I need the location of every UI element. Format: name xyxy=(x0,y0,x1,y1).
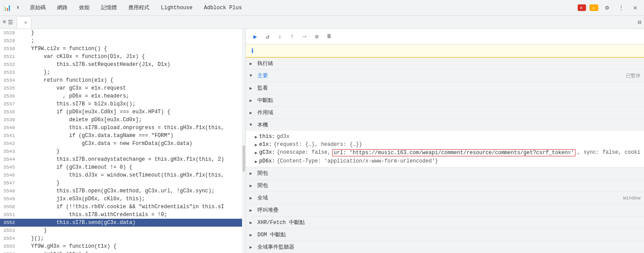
tab-網路[interactable]: 網路 xyxy=(52,2,73,13)
section-header-local[interactable]: 本機 xyxy=(246,119,644,131)
tab-效能[interactable]: 效能 xyxy=(74,2,95,13)
code-line-3534[interactable]: 3534 return function(e1x) { xyxy=(0,76,246,84)
code-line-3540[interactable]: 3540 this.sI7B.upload.onprogress = this.… xyxy=(0,124,246,132)
settings-button[interactable]: ⚙ xyxy=(602,3,612,13)
section-header-呼叫堆疊[interactable]: 呼叫堆疊 xyxy=(246,204,644,216)
code-line-3546[interactable]: 3546 this.dJ3x = window.setTimeout(this.… xyxy=(0,171,246,179)
close-button[interactable]: ✕ xyxy=(630,3,640,13)
code-line-3530[interactable]: 3530 Yf9W.ci2x = function() { xyxy=(0,45,246,53)
line-content: } xyxy=(18,227,242,235)
section-header-XHR/Fetch 中斷點[interactable]: XHR/Fetch 中斷點 xyxy=(246,217,644,228)
item-expand-icon[interactable] xyxy=(255,142,257,148)
code-line-3528[interactable]: 3528 } xyxy=(0,29,246,37)
section-header-全域[interactable]: 全域Window xyxy=(246,192,644,204)
collapse-icon[interactable]: ⊟ xyxy=(638,19,641,26)
section-header-DOM 中斷點[interactable]: DOM 中斷點 xyxy=(246,229,644,241)
deactivate-breakpoints-button[interactable]: ⊘ xyxy=(312,32,322,41)
section-header-執行緒[interactable]: 執行緒 xyxy=(246,58,644,69)
code-line-3550[interactable]: 3550 if (!!this.rb6V.cookie && "withCred… xyxy=(0,203,246,211)
pause-on-exceptions-button[interactable]: ⏸ xyxy=(324,32,334,41)
code-line-3531[interactable]: 3531 var cKl0x = function(D1x, J1x) { xyxy=(0,53,246,61)
panel-icon-1[interactable]: ≡ xyxy=(3,19,6,25)
tab-記憶體[interactable]: 記憶體 xyxy=(96,2,122,13)
warning-badge[interactable]: ⚠ xyxy=(590,4,598,11)
section-header-中斷點[interactable]: 中斷點 xyxy=(246,94,644,106)
tab-原始碼[interactable]: 原始碼 xyxy=(25,2,51,13)
step-out-button[interactable]: ↑ xyxy=(287,32,297,41)
code-line-3539[interactable]: 3539 delete pD6x[eu3x.Cd0x]; xyxy=(0,116,246,124)
tab-應用程式[interactable]: 應用程式 xyxy=(123,2,155,13)
section-arrow-icon xyxy=(250,171,255,176)
performance-tab[interactable]: 📊 ⬆ xyxy=(4,4,19,11)
code-line-3537[interactable]: 3537 this.sI7B = bl2x.blq3x(); xyxy=(0,100,246,108)
debug-section-呼叫堆疊: 呼叫堆疊 xyxy=(246,204,644,217)
code-line-3556[interactable]: 3556 switch (t1x) { xyxy=(0,250,246,253)
line-number: 3535 xyxy=(0,84,18,92)
scrollbar-thumb[interactable] xyxy=(242,145,245,172)
section-header-監看[interactable]: 監看 xyxy=(246,82,644,94)
step-button[interactable]: → xyxy=(300,32,309,41)
code-line-3549[interactable]: 3549 j1x.eS3x(pD6x, cKl0x, this); xyxy=(0,195,246,203)
section-header-閉包[interactable]: 閉包 xyxy=(246,167,644,179)
code-line-3543[interactable]: 3543 } xyxy=(0,148,246,155)
active-file-tab[interactable]: ✕ xyxy=(17,16,31,29)
resume-button[interactable]: ▶ xyxy=(250,32,260,41)
section-header-main[interactable]: 主要已暫停 xyxy=(246,70,644,82)
error-icon: ✕ xyxy=(580,5,583,11)
code-line-3548[interactable]: 3548 this.sI7B.open(gC3x.method, gC3x.ur… xyxy=(0,187,246,195)
line-content: ; xyxy=(18,37,242,45)
line-number: 3539 xyxy=(0,116,18,124)
code-line-3551[interactable]: 3551 this.sI7B.withCredentials = !0; xyxy=(0,211,246,219)
code-line-3541[interactable]: 3541 if (gC3x.data.tagName === "FORM") xyxy=(0,132,246,140)
code-line-3536[interactable]: 3536 , pD6x = e1x.headers; xyxy=(0,92,246,100)
code-line-3547[interactable]: 3547 } xyxy=(0,179,246,187)
code-line-3533[interactable]: 3533 }; xyxy=(0,69,246,76)
line-number: 3533 xyxy=(0,69,18,76)
section-label: 閉包 xyxy=(257,170,268,177)
error-badge[interactable]: ✕ xyxy=(578,4,586,11)
panel-icons: ≡ ☰ xyxy=(3,19,13,26)
code-line-3542[interactable]: 3542 gC3x.data = new FormData(gC3x.data) xyxy=(0,140,246,148)
scrollbar-track[interactable] xyxy=(242,29,246,253)
code-line-3535[interactable]: 3535 var gC3x = e1x.request xyxy=(0,84,246,92)
item-value-highlighted: url: 'https://music.163.com/weapi/commen… xyxy=(332,149,575,156)
code-line-3532[interactable]: 3532 this.sI7B.setRequestHeader(J1x, D1x… xyxy=(0,61,246,69)
section-arrow-icon xyxy=(250,123,255,127)
section-header-閉包[interactable]: 閉包 xyxy=(246,180,644,192)
item-key: pD6x: xyxy=(259,158,275,164)
section-label: DOM 中斷點 xyxy=(257,231,286,239)
line-content: this.sI7B.open(gC3x.method, gC3x.url, !g… xyxy=(18,187,242,195)
section-header-全域事件監聽器[interactable]: 全域事件監聽器 xyxy=(246,241,644,253)
code-line-3553[interactable]: 3553 } xyxy=(0,227,246,235)
step-over-button[interactable]: ↺ xyxy=(263,32,272,41)
debug-section-作用域: 作用域 xyxy=(246,107,644,119)
item-expand-icon[interactable] xyxy=(255,134,257,140)
code-line-3552[interactable]: 3552 this.sI7B.send(gC3x.data) xyxy=(0,219,246,227)
item-expand-icon[interactable] xyxy=(255,150,257,155)
code-panel: 3528 }3529 ;3530 Yf9W.ci2x = function() … xyxy=(0,29,246,253)
step-into-button[interactable]: ↓ xyxy=(275,32,285,41)
code-line-3554[interactable]: 3554 }(); xyxy=(0,235,246,242)
section-label: 中斷點 xyxy=(257,97,273,104)
line-content: if (gC3x.data.tagName === "FORM") xyxy=(18,132,242,140)
tab-Adblock Plus[interactable]: Adblock Plus xyxy=(199,3,247,13)
line-number: 3555 xyxy=(0,242,18,250)
line-number: 3530 xyxy=(0,45,18,53)
tab-Lighthouse[interactable]: Lighthouse xyxy=(156,3,198,13)
line-number: 3550 xyxy=(0,203,18,211)
section-header-作用域[interactable]: 作用域 xyxy=(246,107,644,119)
code-line-3544[interactable]: 3544 this.sI7B.onreadystatechange = this… xyxy=(0,155,246,163)
code-area[interactable]: 3528 }3529 ;3530 Yf9W.ci2x = function() … xyxy=(0,29,246,253)
code-line-3545[interactable]: 3545 if (gC3x.timeout != 0) { xyxy=(0,163,246,171)
section-arrow-icon xyxy=(250,195,255,201)
more-tabs-button[interactable] xyxy=(31,22,36,23)
item-expand-icon[interactable] xyxy=(255,159,257,164)
section-label: 閉包 xyxy=(257,182,268,189)
more-button[interactable]: ⋮ xyxy=(616,3,626,13)
code-line-3538[interactable]: 3538 if (pD6x[eu3x.Cd0x] === eu3x.HP4T) … xyxy=(0,108,246,116)
panel-icon-2[interactable]: ☰ xyxy=(8,19,13,26)
devtools-tabs: 原始碼網路效能記憶體應用程式LighthouseAdblock Plus xyxy=(25,2,572,13)
code-line-3555[interactable]: 3555 Yf9W.gH3x = function(t1x) { xyxy=(0,242,246,250)
code-line-3529[interactable]: 3529 ; xyxy=(0,37,246,45)
close-tab-icon[interactable]: ✕ xyxy=(24,19,27,26)
